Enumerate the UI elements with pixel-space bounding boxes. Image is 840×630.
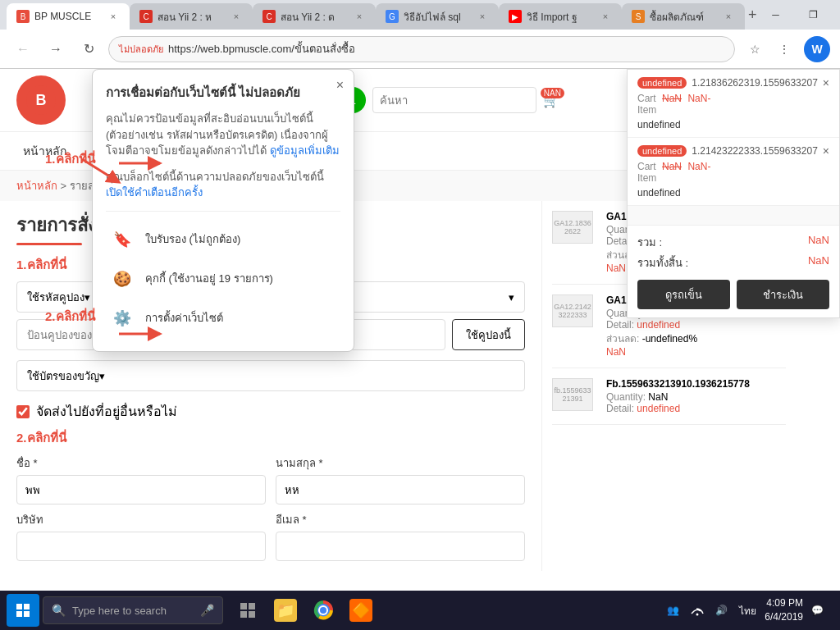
tray-volume[interactable]: 🔊 (712, 603, 731, 618)
tray-notification[interactable]: 💬 (808, 603, 827, 618)
tab-youtube[interactable]: ▶ วิธี Import ฐ × (499, 3, 622, 30)
cart-item-row-2: undefined 1.21423222333.1559633207 × Car… (628, 138, 839, 206)
cart-footer: รวม : NaN รวมทั้งสิ้น : NaN ดูรถเข็น ชำร… (628, 226, 839, 317)
svg-rect-8 (240, 603, 247, 609)
tab-favicon: ▶ (509, 10, 522, 23)
popup-link1[interactable]: ดูข้อมูลเพิ่มเติม (270, 144, 340, 157)
taskbar-search[interactable]: 🔍 Type here to search 🎤 (43, 596, 223, 624)
tray-people[interactable]: 👥 (664, 603, 682, 618)
firstname-input[interactable] (16, 475, 266, 504)
new-tab-btn[interactable]: + (748, 3, 757, 26)
settings-icon: ⚙️ (109, 305, 135, 331)
unknown-app-icon: 🔶 (349, 599, 372, 622)
svg-rect-11 (249, 611, 255, 618)
microphone-icon: 🎤 (200, 604, 214, 617)
tray-clock[interactable]: 4:09 PM 6/4/2019 (765, 596, 803, 624)
file-explorer-btn[interactable]: 📁 (267, 592, 304, 628)
cart-grandtotal: รวมทั้งสิ้น : NaN (637, 254, 829, 272)
tab-title: สอน Yii 2 : ด (281, 9, 348, 25)
tab-close-btn[interactable]: × (722, 10, 735, 23)
bookmark-btn[interactable]: ☆ (742, 36, 768, 62)
popup-close-btn[interactable]: × (336, 78, 344, 93)
cart-item-close-2[interactable]: × (823, 144, 829, 158)
restore-btn[interactable]: ❐ (795, 0, 833, 30)
taskbar-search-text: Type here to search (72, 605, 167, 617)
cart-total: รวม : NaN (637, 234, 829, 251)
tray-network[interactable] (687, 602, 707, 619)
popup-cookie-item[interactable]: 🍪 คุกกี้ (ใช้งานอยู่ 19 รายการ) (106, 259, 340, 299)
lastname-field: นามสกุล * (276, 454, 525, 504)
cart-item-close-1[interactable]: × (823, 76, 829, 89)
minimize-btn[interactable]: ─ (757, 0, 795, 30)
tab-bpmuscle[interactable]: B BP MUSCLE × (7, 3, 130, 30)
lastname-input[interactable] (276, 475, 525, 504)
taskbar-apps: 📁 🔶 (230, 592, 379, 628)
tab-sorn2[interactable]: C สอน Yii 2 : ด × (253, 3, 376, 30)
windows-logo (16, 604, 30, 617)
tab-close-btn[interactable]: × (230, 10, 243, 23)
tab-title: ซื้อผลิตภัณฑ์ (650, 9, 717, 25)
view-cart-btn[interactable]: ดูรถเข็น (637, 280, 730, 309)
taskbar: 🔍 Type here to search 🎤 📁 (0, 591, 840, 630)
reload-btn[interactable]: ↻ (75, 36, 102, 62)
cart-icon[interactable]: 🛒 NAN (543, 93, 559, 108)
taskview-icon (236, 599, 259, 622)
tab-sorn1[interactable]: C สอน Yii 2 : ห × (130, 3, 253, 30)
tab-close-btn[interactable]: × (107, 10, 120, 23)
order-detail-2: Detail: undefined (606, 319, 786, 331)
tab-close-btn[interactable]: × (599, 10, 612, 23)
nav-home[interactable]: หน้าหลัก (16, 139, 73, 163)
back-btn[interactable]: ← (10, 36, 36, 62)
popup-cert-item[interactable]: 🔖 ใบรับรอง (ไม่ถูกต้อง) (106, 220, 340, 259)
tab-title: วิธีอัปไฟล์ sql (404, 9, 471, 25)
more-btn[interactable]: ⋮ (771, 36, 797, 62)
svg-text:B: B (36, 92, 47, 108)
tab-purchase[interactable]: S ซื้อผลิตภัณฑ์ × (622, 3, 745, 30)
use-coupon-btn[interactable]: ใช้คูปองนี้ (452, 319, 525, 350)
cart-scroll-area[interactable]: undefined 1.21836262319.1559633207 × Car… (628, 70, 839, 226)
popup-settings-item[interactable]: ⚙️ การตั้งค่าเว็บไซต์ (106, 299, 340, 338)
url-text: https://web.bpmuscle.com/ขั้นตอนสั่งซื้อ (168, 40, 724, 57)
popup-divider (106, 211, 340, 212)
tab-google[interactable]: G วิธีอัปไฟล์ sql × (376, 3, 499, 30)
cookie-label: คุกกี้ (ใช้งานอยู่ 19 รายการ) (145, 270, 273, 287)
taskview-btn[interactable] (230, 592, 266, 628)
order-item-img-2: GA12.21423222333 (552, 294, 593, 327)
forward-btn[interactable]: → (43, 36, 69, 62)
url-bar[interactable]: ไม่ปลอดภัย https://web.bpmuscle.com/ขั้น… (108, 36, 735, 62)
settings-label: การตั้งค่าเว็บไซต์ (145, 309, 223, 326)
close-btn[interactable]: ✕ (833, 0, 840, 30)
email-input[interactable] (276, 532, 525, 561)
unknown-app-btn[interactable]: 🔶 (343, 592, 379, 628)
title-underline (16, 243, 82, 245)
security-popup: × การเชื่อมต่อกับเว็บไซต์นี้ ไม่ปลอดภัย … (92, 69, 354, 352)
site-logo: B (16, 75, 66, 125)
cart-item-details-1: Cart NaN NaN- Item (637, 93, 829, 116)
email-field: อีเมล * (276, 511, 525, 561)
company-email-fields: บริษัท อีเมล * (16, 511, 525, 561)
chrome-btn[interactable] (305, 592, 341, 628)
cert-icon: 🔖 (109, 226, 135, 253)
tab-favicon: G (386, 10, 399, 23)
search-input[interactable] (372, 87, 536, 113)
tray-lang[interactable]: ไทย (736, 601, 760, 620)
firstname-label: ชื่อ * (16, 454, 266, 472)
tab-close-btn[interactable]: × (476, 10, 489, 23)
cart-item-id-1: undefined (637, 77, 687, 89)
checkout-btn[interactable]: ชำระเงิน (737, 280, 829, 309)
name-fields: ชื่อ * นามสกุล * (16, 454, 525, 504)
breadcrumb-home[interactable]: หน้าหลัก (16, 180, 57, 192)
profile-circle[interactable]: W (804, 36, 830, 62)
ship-label: จัดส่งไปยังที่อยู่อื่นหรือไม่ (36, 401, 177, 422)
start-button[interactable] (7, 594, 39, 627)
cart-dropdown: undefined 1.21836262319.1559633207 × Car… (627, 69, 840, 318)
window-controls: ─ ❐ ✕ (757, 0, 840, 30)
gift-card-btn[interactable]: ใช้บัตรของขวัญ▾ (16, 360, 525, 391)
tab-close-btn[interactable]: × (353, 10, 366, 23)
company-label: บริษัท (16, 511, 266, 528)
order-detail-3: Detail: undefined (606, 403, 786, 414)
company-input[interactable] (16, 532, 266, 561)
svg-point-15 (696, 614, 699, 616)
popup-link2[interactable]: เปิดใช้คำเตือนอีกครั้ง (106, 186, 203, 199)
ship-checkbox[interactable] (16, 405, 30, 418)
